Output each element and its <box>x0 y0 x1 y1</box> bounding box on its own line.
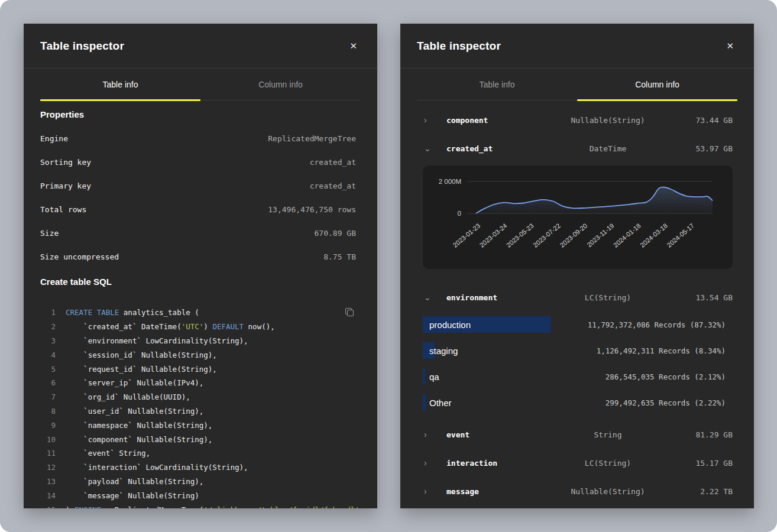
chevron-right-icon[interactable]: › <box>424 116 446 124</box>
property-row: Size 670.89 GB <box>24 221 377 245</box>
line-text: `message` Nullable(String) <box>66 491 199 500</box>
property-label: Primary key <box>40 181 91 190</box>
created-at-distribution-chart: 2 000M02023-01-232023-03-242023-05-23202… <box>423 166 733 269</box>
sql-code-line: 2 `created_at` DateTime('UTC') DEFAULT n… <box>40 320 361 334</box>
x-tick-label: 2024-03-18 <box>639 222 669 248</box>
property-label: Engine <box>40 134 68 143</box>
property-value: created_at <box>310 181 356 190</box>
value-share-bar <box>422 368 425 385</box>
column-name: message <box>446 487 554 496</box>
sql-code-line: 13 `payload` Nullable(String), <box>40 475 361 489</box>
environment-value-row: qa 286,545,035 Records (2.12%) <box>400 364 754 390</box>
column-name: interaction <box>446 459 554 468</box>
properties-list: Engine ReplicatedMergeTree Sorting key c… <box>24 126 377 268</box>
chevron-down-icon[interactable]: ⌄ <box>424 144 446 153</box>
column-name: environment <box>446 293 554 302</box>
svg-text:0: 0 <box>458 210 461 217</box>
column-row-environment[interactable]: ⌄ environment LC(String) 13.54 GB <box>400 283 754 312</box>
tab-bar: Table info Column info <box>40 69 361 100</box>
column-size: 81.29 GB <box>662 430 733 439</box>
chevron-right-icon[interactable]: › <box>424 487 446 495</box>
value-record-count: 1,126,492,311 Records (8.34%) <box>597 346 726 355</box>
value-record-count: 11,792,372,086 Records (87.32%) <box>588 320 726 329</box>
environment-values-list: production 11,792,372,086 Records (87.32… <box>400 312 754 416</box>
column-row-component[interactable]: › component Nullable(String) 73.44 GB <box>400 106 754 134</box>
property-row: Sorting key created_at <box>24 150 377 174</box>
value-record-count: 299,492,635 Records (2.22%) <box>606 398 726 407</box>
table-inspector-dialog-column-info: Table inspector ✕ Table info Column info… <box>400 24 754 508</box>
x-tick-label: 2023-11-19 <box>585 222 615 248</box>
column-row-message[interactable]: › message Nullable(String) 2.22 TB <box>400 477 754 505</box>
column-name: event <box>446 430 554 439</box>
tab-bar: Table info Column info <box>417 69 737 100</box>
property-label: Size <box>40 229 59 238</box>
tab-table-info[interactable]: Table info <box>417 69 577 100</box>
dialog-header: Table inspector ✕ <box>24 24 377 69</box>
create-table-sql-heading: Create table SQL <box>40 274 361 290</box>
line-text: `payload` Nullable(String), <box>66 477 203 486</box>
copy-icon[interactable] <box>344 308 355 319</box>
line-text: `user_id` Nullable(String), <box>66 407 203 416</box>
column-size: 53.97 GB <box>662 144 733 153</box>
chevron-right-icon[interactable]: › <box>424 459 446 467</box>
value-share-bar <box>422 394 426 411</box>
line-number: 13 <box>40 477 56 486</box>
chevron-down-icon[interactable]: ⌄ <box>424 293 446 301</box>
sql-code-line: 14 `message` Nullable(String) <box>40 488 361 502</box>
x-tick-label: 2023-01-23 <box>451 222 481 248</box>
line-text: `org_id` Nullable(UUID), <box>66 392 190 401</box>
property-value: 13,496,476,750 rows <box>268 205 356 214</box>
tab-table-info[interactable]: Table info <box>40 69 200 100</box>
tab-column-info[interactable]: Column info <box>200 69 361 100</box>
column-name: created_at <box>446 144 554 153</box>
area-fill <box>476 187 713 213</box>
line-text: ) ENGINE = ReplicatedMergeTree('/clickho… <box>66 505 360 508</box>
line-number: 3 <box>40 336 56 345</box>
column-row-event[interactable]: › event String 81.29 GB <box>400 420 754 449</box>
x-tick-label: 2024-01-18 <box>612 222 642 248</box>
line-number: 5 <box>40 365 56 374</box>
column-list: › component Nullable(String) 73.44 GB ⌄ … <box>400 106 754 505</box>
sql-code-line: 3 `environment` LowCardinality(String), <box>40 334 361 348</box>
x-tick-label: 2023-07-22 <box>532 222 562 248</box>
property-label: Total rows <box>40 205 86 214</box>
column-row-created_at[interactable]: ⌄ created_at DateTime 53.97 GB <box>400 134 754 163</box>
column-size: 15.17 GB <box>662 459 733 468</box>
close-icon[interactable]: ✕ <box>726 41 734 50</box>
sql-code-line: 9 `namespace` Nullable(String), <box>40 418 361 432</box>
sql-code-line: 11 `event` String, <box>40 446 361 460</box>
dialog-header: Table inspector ✕ <box>400 24 754 69</box>
value-label: Other <box>429 398 452 408</box>
column-type: LC(String) <box>554 459 662 468</box>
column-row-interaction[interactable]: › interaction LC(String) 15.17 GB <box>400 449 754 477</box>
line-number: 14 <box>40 491 56 500</box>
column-type: String <box>554 430 662 439</box>
tab-column-info[interactable]: Column info <box>577 69 737 100</box>
x-tick-label: 2023-03-24 <box>478 222 509 248</box>
environment-value-row: staging 1,126,492,311 Records (8.34%) <box>400 338 754 364</box>
close-icon[interactable]: ✕ <box>349 41 357 50</box>
sql-code-line: 5 `request_id` Nullable(String), <box>40 362 361 376</box>
sql-code-line: 10 `component` Nullable(String), <box>40 432 361 446</box>
x-tick-label: 2023-09-20 <box>558 222 588 248</box>
chevron-right-icon[interactable]: › <box>424 430 446 439</box>
line-text: `server_ip` Nullable(IPv4), <box>66 378 203 387</box>
line-number: 12 <box>40 463 56 472</box>
property-value: created_at <box>310 158 356 167</box>
property-label: Size uncompressed <box>40 252 119 261</box>
column-type: DateTime <box>554 144 662 153</box>
environment-value-row: production 11,792,372,086 Records (87.32… <box>400 312 754 338</box>
value-label: qa <box>429 372 439 382</box>
value-record-count: 286,545,035 Records (2.12%) <box>606 372 726 381</box>
property-row: Primary key created_at <box>24 174 377 197</box>
column-size: 13.54 GB <box>662 293 733 302</box>
line-number: 11 <box>40 449 56 458</box>
x-tick-label: 2024-05-17 <box>665 222 695 248</box>
property-value: ReplicatedMergeTree <box>268 134 356 143</box>
line-text: `request_id` Nullable(String), <box>66 365 217 374</box>
line-number: 4 <box>40 351 56 359</box>
dialog-title: Table inspector <box>417 40 501 53</box>
dialog-title: Table inspector <box>40 40 124 53</box>
sql-code-line: 8 `user_id` Nullable(String), <box>40 404 361 419</box>
line-number: 6 <box>40 378 56 387</box>
